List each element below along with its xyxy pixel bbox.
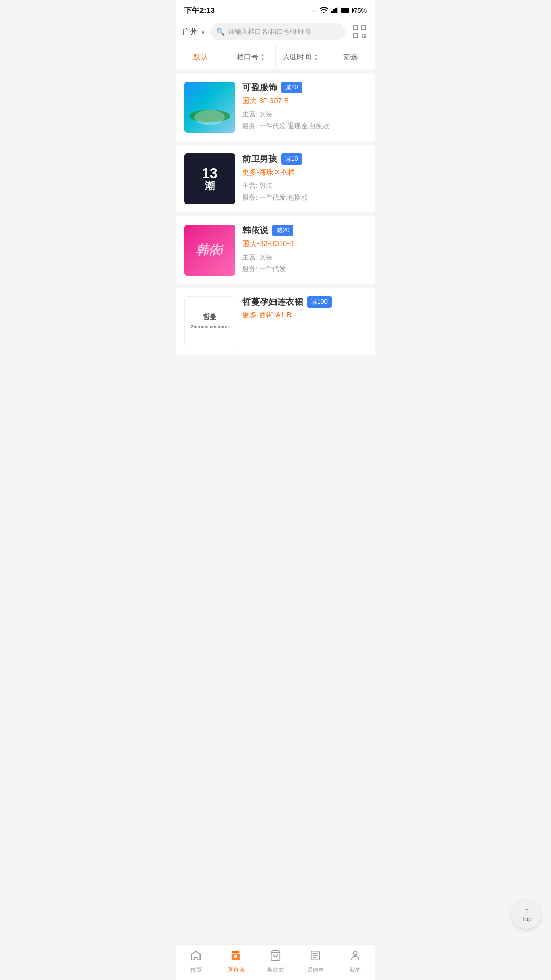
status-bar: 下午2:13 ··· 75%: [176, 0, 375, 18]
shop-services: 服务: 一件代发,退现金,包换款: [242, 121, 367, 131]
shop-name-row: 韩依说 减20: [242, 225, 367, 236]
shop-info: 前卫男孩 减10 更多-海珠区-N档 主营: 男装 服务: 一件代发,包换款: [242, 153, 367, 202]
chevron-down-icon: ∨: [201, 28, 205, 35]
shop-card[interactable]: 韩依i 韩依说 减20 国大-B3-B310-B 主营: 女装 服务: 一件代发: [176, 216, 375, 284]
sort-bar: 默认 档口号 ▲ ▼ 入驻时间 ▲ ▼ 筛选: [176, 45, 375, 69]
svg-rect-4: [354, 26, 358, 30]
shop-name: 韩依说: [242, 225, 268, 236]
status-time: 下午2:13: [184, 6, 215, 15]
shop-info: 可盈服饰 减20 国大-3F-307-B 主营: 女装 服务: 一件代发,退现金…: [242, 82, 367, 131]
header: 广州 ∨ 🔍 请输入档口名/档口号/旺旺号: [176, 18, 375, 45]
signal-bars-icon: [331, 7, 338, 14]
shop-main-business: 主营: 男装: [242, 181, 367, 190]
svg-rect-8: [362, 34, 363, 35]
svg-rect-2: [335, 8, 337, 13]
shop-list: 可盈服饰 减20 国大-3F-307-B 主营: 女装 服务: 一件代发,退现金…: [176, 74, 375, 400]
svg-rect-9: [364, 34, 366, 35]
sort-time-label: 入驻时间: [283, 53, 311, 62]
shop-name: 前卫男孩: [242, 153, 277, 165]
shop-avatar: 13 潮: [184, 153, 235, 204]
sort-stall-label: 档口号: [237, 53, 258, 62]
svg-rect-1: [333, 9, 335, 13]
shop-avatar: 韩依i: [184, 225, 235, 276]
signal-dots-icon: ···: [311, 7, 317, 14]
sort-filter[interactable]: 筛选: [325, 45, 375, 69]
sort-filter-label: 筛选: [343, 53, 358, 62]
sort-stall-number[interactable]: 档口号 ▲ ▼: [226, 45, 276, 69]
shop-location: 更多-西街-A1-B: [242, 311, 367, 320]
shop-name: 可盈服饰: [242, 82, 277, 93]
shop-services: 服务: 一件代发,包换款: [242, 193, 367, 202]
shop-info: 哲蔓孕妇连衣裙 减100 更多-西街-A1-B: [242, 296, 367, 324]
shop-location: 国大-B3-B310-B: [242, 239, 367, 249]
svg-rect-6: [354, 34, 358, 38]
shop-name: 哲蔓孕妇连衣裙: [242, 296, 303, 308]
shop-card[interactable]: 13 潮 前卫男孩 减10 更多-海珠区-N档 主营: 男装 服务: 一件代发,…: [176, 145, 375, 212]
shop-name-row: 可盈服饰 减20: [242, 82, 367, 93]
wifi-icon: [320, 7, 328, 14]
shop-services: 服务: 一件代发: [242, 264, 367, 274]
shop-location: 国大-3F-307-B: [242, 96, 367, 106]
shop-main-business: 主营: 女装: [242, 253, 367, 262]
shop-location: 更多-海珠区-N档: [242, 168, 367, 177]
battery-level: 75%: [354, 7, 367, 14]
shop-card[interactable]: 哲蔓Zheman costume 哲蔓孕妇连衣裙 减100 更多-西街-A1-B: [176, 288, 375, 355]
shop-main-business: 主营: 女装: [242, 110, 367, 119]
location-selector[interactable]: 广州 ∨: [182, 27, 205, 37]
status-icons: ··· 75%: [311, 7, 367, 14]
sort-default-label: 默认: [193, 53, 208, 62]
svg-rect-0: [331, 11, 333, 13]
location-label: 广州: [182, 27, 198, 37]
sort-default[interactable]: 默认: [176, 45, 226, 69]
battery-indicator: 75%: [341, 7, 367, 14]
shop-name-row: 哲蔓孕妇连衣裙 减100: [242, 296, 367, 308]
search-box[interactable]: 🔍 请输入档口名/档口号/旺旺号: [210, 23, 345, 40]
discount-badge: 减100: [307, 296, 332, 308]
svg-rect-11: [364, 36, 366, 38]
sort-join-time[interactable]: 入驻时间 ▲ ▼: [276, 45, 326, 69]
search-icon: 🔍: [216, 28, 225, 36]
shop-info: 韩依说 减20 国大-B3-B310-B 主营: 女装 服务: 一件代发: [242, 225, 367, 274]
discount-badge: 减20: [281, 82, 302, 93]
discount-badge: 减20: [272, 225, 293, 236]
sort-time-arrows: ▲ ▼: [314, 53, 318, 62]
sort-stall-arrows: ▲ ▼: [261, 53, 265, 62]
shop-name-row: 前卫男孩 减10: [242, 153, 367, 165]
shop-card[interactable]: 可盈服饰 减20 国大-3F-307-B 主营: 女装 服务: 一件代发,退现金…: [176, 74, 375, 141]
search-input-placeholder: 请输入档口名/档口号/旺旺号: [228, 27, 311, 36]
scan-button[interactable]: [350, 22, 369, 41]
shop-avatar: [184, 82, 235, 133]
shop-avatar: 哲蔓Zheman costume: [184, 296, 235, 347]
svg-rect-5: [362, 26, 366, 30]
svg-rect-3: [337, 7, 338, 13]
svg-rect-10: [362, 36, 363, 38]
discount-badge: 减10: [281, 153, 302, 165]
